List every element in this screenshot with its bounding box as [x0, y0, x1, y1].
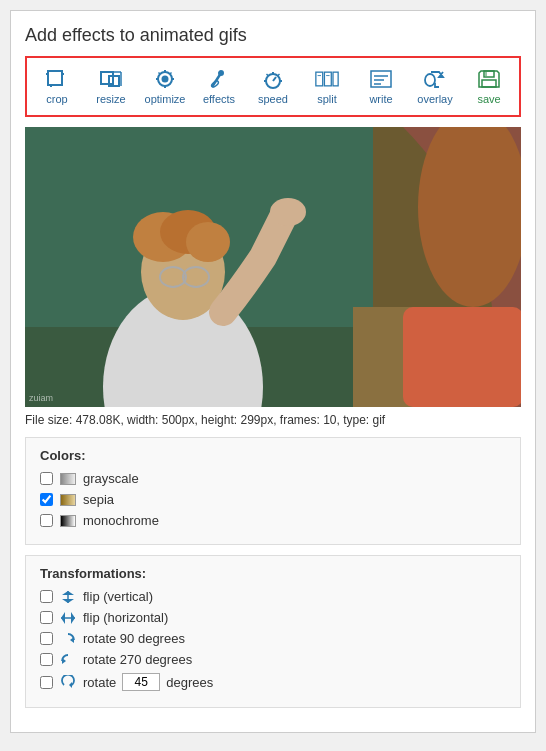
svg-marker-59: [61, 612, 65, 624]
save-label: save: [477, 93, 500, 105]
effects-button[interactable]: effects: [193, 64, 245, 109]
svg-rect-0: [48, 71, 62, 85]
svg-point-16: [163, 77, 168, 82]
save-icon: [475, 68, 503, 90]
page-title: Add effects to animated gifs: [25, 25, 521, 46]
file-info: File size: 478.08K, width: 500px, height…: [25, 413, 521, 427]
flip-vertical-checkbox[interactable]: [40, 590, 53, 603]
svg-point-36: [425, 74, 435, 86]
rotate-90-label[interactable]: rotate 90 degrees: [83, 631, 185, 646]
optimize-icon: [151, 68, 179, 90]
grayscale-color-icon: [59, 472, 77, 486]
rotate-90-row: rotate 90 degrees: [40, 631, 506, 646]
svg-rect-5: [101, 72, 113, 84]
speed-button[interactable]: speed: [247, 64, 299, 109]
svg-marker-60: [71, 612, 75, 624]
optimize-label: optimize: [145, 93, 186, 105]
speed-label: speed: [258, 93, 288, 105]
colors-title: Colors:: [40, 448, 506, 463]
speed-icon: [259, 68, 287, 90]
grayscale-row: grayscale: [40, 471, 506, 486]
sepia-label[interactable]: sepia: [83, 492, 114, 507]
svg-marker-57: [62, 599, 74, 603]
grayscale-label[interactable]: grayscale: [83, 471, 139, 486]
monochrome-checkbox[interactable]: [40, 514, 53, 527]
optimize-button[interactable]: optimize: [139, 64, 191, 109]
effects-icon: [205, 68, 233, 90]
rotate-270-icon: [59, 653, 77, 667]
grayscale-checkbox[interactable]: [40, 472, 53, 485]
crop-icon: [43, 68, 71, 90]
overlay-label: overlay: [417, 93, 452, 105]
rotate-90-icon: [59, 632, 77, 646]
page-container: Add effects to animated gifs crop: [10, 10, 536, 733]
svg-marker-63: [69, 682, 72, 688]
write-button[interactable]: write: [355, 64, 407, 109]
svg-line-22: [267, 74, 269, 76]
svg-line-14: [159, 73, 161, 75]
rotate-custom-checkbox[interactable]: [40, 676, 53, 689]
monochrome-color-icon: [59, 514, 77, 528]
resize-icon: [97, 68, 125, 90]
rotate-90-checkbox[interactable]: [40, 632, 53, 645]
effects-label: effects: [203, 93, 235, 105]
svg-rect-27: [316, 72, 323, 86]
split-button[interactable]: split: [301, 64, 353, 109]
resize-button[interactable]: resize: [85, 64, 137, 109]
rotate-270-checkbox[interactable]: [40, 653, 53, 666]
split-label: split: [317, 93, 337, 105]
flip-vertical-icon: [59, 590, 77, 604]
crop-button[interactable]: crop: [31, 64, 83, 109]
svg-marker-61: [70, 637, 74, 643]
rotate-custom-label[interactable]: rotate: [83, 675, 116, 690]
gif-preview: zuiam: [25, 127, 521, 407]
svg-point-48: [186, 222, 230, 262]
gif-image-svg: [25, 127, 521, 407]
svg-line-23: [278, 74, 280, 76]
svg-line-15: [170, 73, 172, 75]
toolbar: crop resize: [25, 56, 521, 117]
rotate-custom-row: rotate degrees: [40, 673, 506, 691]
overlay-button[interactable]: overlay: [409, 64, 461, 109]
flip-horizontal-icon: [59, 611, 77, 625]
rotate-270-row: rotate 270 degrees: [40, 652, 506, 667]
sepia-color-icon: [59, 493, 77, 507]
svg-marker-62: [62, 658, 66, 664]
sepia-row: sepia: [40, 492, 506, 507]
svg-point-18: [219, 71, 223, 75]
write-label: write: [369, 93, 392, 105]
flip-horizontal-label[interactable]: flip (horizontal): [83, 610, 168, 625]
flip-vertical-label[interactable]: flip (vertical): [83, 589, 153, 604]
flip-horizontal-checkbox[interactable]: [40, 611, 53, 624]
save-button[interactable]: save: [463, 64, 515, 109]
svg-point-52: [270, 198, 306, 226]
transformations-section: Transformations: flip (vertical): [25, 555, 521, 708]
rotate-degrees-suffix: degrees: [166, 675, 213, 690]
watermark: zuiam: [29, 393, 53, 403]
svg-rect-28: [324, 72, 331, 86]
svg-rect-29: [333, 72, 338, 86]
svg-rect-54: [403, 307, 521, 407]
svg-rect-38: [482, 80, 496, 87]
flip-horizontal-row: flip (horizontal): [40, 610, 506, 625]
write-icon: [367, 68, 395, 90]
transformations-title: Transformations:: [40, 566, 506, 581]
svg-marker-56: [62, 591, 74, 595]
split-icon: [313, 68, 341, 90]
sepia-checkbox[interactable]: [40, 493, 53, 506]
crop-label: crop: [46, 93, 67, 105]
svg-line-26: [273, 77, 276, 81]
colors-section: Colors: grayscale sepia monochrome: [25, 437, 521, 545]
rotate-270-label[interactable]: rotate 270 degrees: [83, 652, 192, 667]
flip-vertical-row: flip (vertical): [40, 589, 506, 604]
overlay-icon: [421, 68, 449, 90]
rotate-custom-icon: [59, 675, 77, 689]
monochrome-label[interactable]: monochrome: [83, 513, 159, 528]
resize-label: resize: [96, 93, 125, 105]
rotate-degrees-input[interactable]: [122, 673, 160, 691]
monochrome-row: monochrome: [40, 513, 506, 528]
